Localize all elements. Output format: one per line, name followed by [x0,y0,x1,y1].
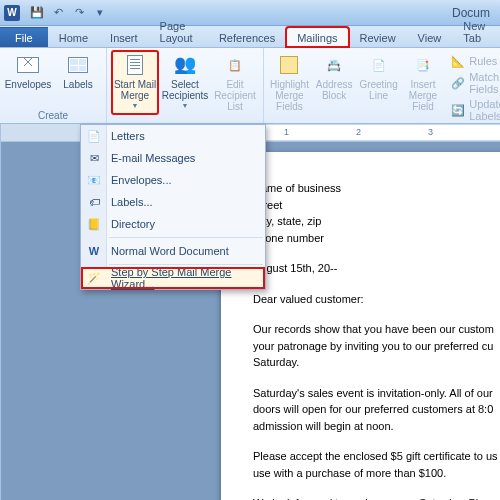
dropdown-separator [109,264,263,265]
letter-icon: 📄 [86,128,102,144]
doc-text: We look forward to seeing you on Saturda… [253,495,500,500]
group-create: Envelopes Labels Create [0,48,107,123]
update-labels-icon: 🔄 [451,103,465,117]
qat-customize-icon[interactable]: ▾ [91,4,109,22]
doc-text: August 15th, 20-- [253,260,500,277]
address-block-button[interactable]: 📇 Address Block [313,50,355,126]
dropdown-separator [109,237,263,238]
tab-page-layout[interactable]: Page Layout [149,15,208,47]
doc-text: doors will open for our preferred custom… [253,401,500,418]
tab-new-tab[interactable]: New Tab [452,15,500,47]
doc-text: Our records show that you have been our … [253,321,500,338]
dropdown-item-email[interactable]: ✉ E-mail Messages [81,147,265,169]
envelope-icon [14,53,42,77]
greeting-line-icon: 📄 [365,53,393,77]
dropdown-item-letters[interactable]: 📄 Letters [81,125,265,147]
dropdown-item-envelopes[interactable]: 📧 Envelopes... [81,169,265,191]
labels-button[interactable]: Labels [54,50,102,109]
email-icon: ✉ [86,150,102,166]
ribbon: Envelopes Labels Create Start Mail Merge… [0,48,500,124]
doc-text: your patronage by inviting you to our pr… [253,338,500,355]
word-doc-icon: W [86,243,102,259]
chevron-down-icon: ▼ [182,102,189,110]
tab-home[interactable]: Home [48,27,99,47]
dropdown-item-directory[interactable]: 📒 Directory [81,213,265,235]
tab-mailings[interactable]: Mailings [286,27,348,47]
wizard-icon: 🪄 [86,270,102,286]
dropdown-item-normal-word-document[interactable]: W Normal Word Document [81,240,265,262]
undo-icon[interactable]: ↶ [49,4,67,22]
ruler-tick: 3 [428,127,433,137]
insert-field-icon: 📑 [409,53,437,77]
address-block-icon: 📇 [320,53,348,77]
group-start-mail-merge: Start Mail Merge ▼ 👥 Select Recipients ▼… [107,48,264,123]
group-label-create: Create [38,109,68,123]
dropdown-item-labels[interactable]: 🏷 Labels... [81,191,265,213]
doc-text: Please accept the enclosed $5 gift certi… [253,448,500,465]
match-fields-button[interactable]: 🔗Match Fields [448,70,500,96]
greeting-line-button[interactable]: 📄 Greeting Line [357,50,399,126]
people-icon: 👥 [171,53,199,77]
group-write-insert: Highlight Merge Fields 📇 Address Block 📄… [264,48,500,123]
envelope-icon: 📧 [86,172,102,188]
select-recipients-button[interactable]: 👥 Select Recipients ▼ [161,50,209,115]
highlight-icon [275,53,303,77]
chevron-down-icon: ▼ [132,102,139,110]
doc-text: admission will begin at noon. [253,418,500,435]
edit-list-icon: 📋 [221,53,249,77]
labels-icon: 🏷 [86,194,102,210]
doc-text: Saturday. [253,354,500,371]
quick-access-toolbar: 💾 ↶ ↷ ▾ [28,4,109,22]
start-mail-merge-icon [121,53,149,77]
word-app-icon: W [4,5,20,21]
update-labels-button[interactable]: 🔄Update Labels [448,97,500,123]
match-fields-icon: 🔗 [451,76,465,90]
doc-text: Street [253,197,500,214]
doc-text: phone number [253,230,500,247]
save-icon[interactable]: 💾 [28,4,46,22]
ribbon-tabstrip: File Home Insert Page Layout References … [0,26,500,48]
doc-text: Saturday's sales event is invitation-onl… [253,385,500,402]
doc-text: Dear valued customer: [253,291,500,308]
tab-review[interactable]: Review [349,27,407,47]
ruler-tick: 2 [356,127,361,137]
tab-file[interactable]: File [0,27,48,47]
tab-insert[interactable]: Insert [99,27,149,47]
redo-icon[interactable]: ↷ [70,4,88,22]
edit-recipient-list-button[interactable]: 📋 Edit Recipient List [211,50,259,115]
rules-icon: 📐 [451,54,465,68]
tab-view[interactable]: View [407,27,453,47]
tab-references[interactable]: References [208,27,286,47]
start-mail-merge-dropdown: 📄 Letters ✉ E-mail Messages 📧 Envelopes.… [80,124,266,290]
insert-merge-field-button[interactable]: 📑 Insert Merge Field [402,50,444,126]
dropdown-item-mail-merge-wizard[interactable]: 🪄 Step by Step Mail Merge Wizard... [81,267,265,289]
write-small-buttons: 📐Rules ▾ 🔗Match Fields 🔄Update Labels [446,50,500,126]
doc-text: City, state, zip [253,213,500,230]
directory-icon: 📒 [86,216,102,232]
doc-text: use with a purchase of more than $100. [253,465,500,482]
title-bar: W 💾 ↶ ↷ ▾ Docum [0,0,500,26]
rules-button[interactable]: 📐Rules ▾ [448,53,500,69]
highlight-merge-fields-button[interactable]: Highlight Merge Fields [268,50,311,126]
start-mail-merge-button[interactable]: Start Mail Merge ▼ [111,50,159,115]
ruler-tick: 1 [284,127,289,137]
doc-text: Name of business [253,180,500,197]
labels-icon [64,53,92,77]
envelopes-button[interactable]: Envelopes [4,50,52,109]
